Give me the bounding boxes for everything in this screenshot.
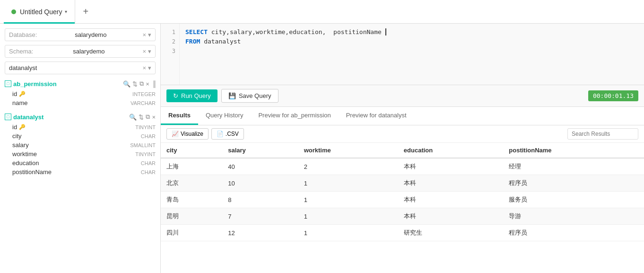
table-cell: 研究生 (398, 225, 503, 241)
database-selector[interactable]: Database: salarydemo × ▾ (5, 28, 156, 41)
table-filter-controls: × ▾ (142, 64, 151, 71)
field-row-postitionname: postitionName CHAR (5, 167, 156, 176)
clear-db-icon[interactable]: × (142, 31, 146, 38)
table-cell: 7 (222, 208, 298, 225)
database-value: salarydemo (75, 31, 106, 38)
add-tab-button[interactable]: + (75, 0, 96, 24)
table-cell: 程序员 (503, 175, 644, 192)
search-datanalyst-icon[interactable]: 🔍 (129, 114, 137, 121)
col-city: city (161, 143, 222, 158)
save-icon: 💾 (228, 92, 236, 99)
copy-datanalyst-icon[interactable]: ⧉ (146, 113, 150, 121)
csv-button[interactable]: 📄 .CSV (211, 128, 244, 140)
table-cell: 1 (298, 225, 398, 241)
field-id-ab: id (12, 90, 17, 97)
field-id-datanalyst: id (12, 123, 17, 131)
sql-code-area[interactable]: SELECT city,salary,worktime,education, p… (180, 24, 644, 85)
table-cell: 本科 (398, 175, 503, 192)
table-cell: 2 (298, 158, 398, 175)
col-postitionname: postitionName (503, 143, 644, 158)
table-section-datanalyst: □ datanalyst 🔍 ⇅ ⧉ × id 🔑 TINYINT city (5, 113, 156, 176)
execution-time: 00:00:01.13 (588, 90, 638, 101)
tab-untitled-query[interactable]: Untitled Query ▾ (4, 0, 75, 24)
chevron-schema-icon[interactable]: ▾ (148, 48, 151, 55)
schema-selector[interactable]: Schema: salarydemo × ▾ (5, 45, 156, 58)
table-header-datanalyst: □ datanalyst 🔍 ⇅ ⧉ × (5, 113, 156, 121)
clear-table-icon[interactable]: × (142, 64, 146, 71)
table-row: 北京101本科程序员 (161, 175, 644, 192)
scroll-handle[interactable]: ▐ (151, 80, 156, 88)
tab-preview-ab[interactable]: Preview for ab_permission (251, 107, 338, 125)
database-label: Database: (9, 31, 37, 38)
table-cell: 40 (222, 158, 298, 175)
table-name-datanalyst: □ datanalyst (5, 114, 44, 121)
field-row-salary: salary SMALLINT (5, 141, 156, 150)
schema-label: Schema: (9, 48, 33, 55)
search-results-input[interactable] (567, 128, 638, 140)
field-row-city: city CHAR (5, 132, 156, 141)
table-row: 昆明71本科导游 (161, 208, 644, 225)
tab-preview-datanalyst[interactable]: Preview for datanalyst (339, 107, 414, 125)
field-postitionname: postitionName (12, 168, 52, 176)
line-numbers: 1 2 3 (161, 24, 180, 85)
table-section-ab-permission: □ ab_permission 🔍 ⇅ ⧉ × ▐ id 🔑 INTEGER (5, 80, 156, 107)
sort-datanalyst-icon[interactable]: ⇅ (139, 114, 144, 121)
table-icon-ab: □ (5, 80, 11, 87)
table-cell: 12 (222, 225, 298, 241)
table-filter-selector[interactable]: datanalyst × ▾ (5, 62, 156, 74)
data-table: city salary worktime education postition… (161, 143, 644, 273)
table-cell: 本科 (398, 208, 503, 225)
copy-table-icon[interactable]: ⧉ (139, 80, 144, 88)
field-row-name-ab: name VARCHAR (5, 98, 156, 107)
remove-datanalyst-icon[interactable]: × (152, 114, 156, 121)
table-row: 四川121研究生程序员 (161, 225, 644, 241)
table-cell: 本科 (398, 192, 503, 208)
chevron-table-icon[interactable]: ▾ (148, 64, 151, 71)
col-salary: salary (222, 143, 298, 158)
results-section: Results Query History Preview for ab_per… (161, 107, 644, 273)
tab-results[interactable]: Results (161, 107, 198, 125)
table-cell: 程序员 (503, 225, 644, 241)
query-toolbar: ↻ Run Query 💾 Save Query 00:00:01.13 (161, 85, 644, 107)
run-query-button[interactable]: ↻ Run Query (166, 89, 218, 102)
visualize-button[interactable]: 📈 Visualize (166, 128, 209, 140)
clear-schema-icon[interactable]: × (142, 48, 146, 55)
tab-query-history[interactable]: Query History (198, 107, 251, 125)
table-cell: 导游 (503, 208, 644, 225)
refresh-icon: ↻ (173, 92, 178, 99)
remove-table-icon[interactable]: × (146, 80, 149, 88)
tab-label: Untitled Query (20, 8, 62, 16)
table-cell: 青岛 (161, 192, 222, 208)
key-icon-id-datanalyst: 🔑 (19, 124, 26, 130)
table-cell: 1 (298, 192, 398, 208)
tab-status-dot (11, 9, 16, 14)
field-row-id-datanalyst: id 🔑 TINYINT (5, 123, 156, 132)
results-action-toolbar: 📈 Visualize 📄 .CSV (161, 125, 644, 143)
field-row-id-ab: id 🔑 INTEGER (5, 89, 156, 98)
chevron-db-icon[interactable]: ▾ (148, 31, 151, 38)
key-icon-id-ab: 🔑 (19, 91, 26, 97)
col-education: education (398, 143, 503, 158)
table-row: 上海402本科经理 (161, 158, 644, 175)
table-actions-datanalyst: 🔍 ⇅ ⧉ × (129, 113, 156, 121)
field-row-worktime: worktime TINYINT (5, 150, 156, 159)
field-row-education: education CHAR (5, 159, 156, 167)
table-cell: 经理 (503, 158, 644, 175)
save-query-button[interactable]: 💾 Save Query (221, 89, 278, 103)
schema-value: salarydemo (73, 48, 104, 55)
csv-icon: 📄 (217, 131, 224, 137)
table-cell: 北京 (161, 175, 222, 192)
field-worktime: worktime (12, 150, 37, 158)
table-header-ab-permission: □ ab_permission 🔍 ⇅ ⧉ × ▐ (5, 80, 156, 88)
sidebar: Database: salarydemo × ▾ Schema: salaryd… (0, 24, 161, 273)
sort-table-icon[interactable]: ⇅ (132, 80, 138, 88)
table-row: 青岛81本科服务员 (161, 192, 644, 208)
table-header-row: city salary worktime education postition… (161, 143, 644, 158)
field-city: city (12, 132, 22, 140)
table-cell: 昆明 (161, 208, 222, 225)
search-table-icon[interactable]: 🔍 (123, 80, 131, 88)
table-cell: 四川 (161, 225, 222, 241)
results-tabs: Results Query History Preview for ab_per… (161, 107, 644, 125)
sql-editor[interactable]: 1 2 3 SELECT city,salary,worktime,educat… (161, 24, 644, 85)
chart-icon: 📈 (172, 131, 179, 137)
